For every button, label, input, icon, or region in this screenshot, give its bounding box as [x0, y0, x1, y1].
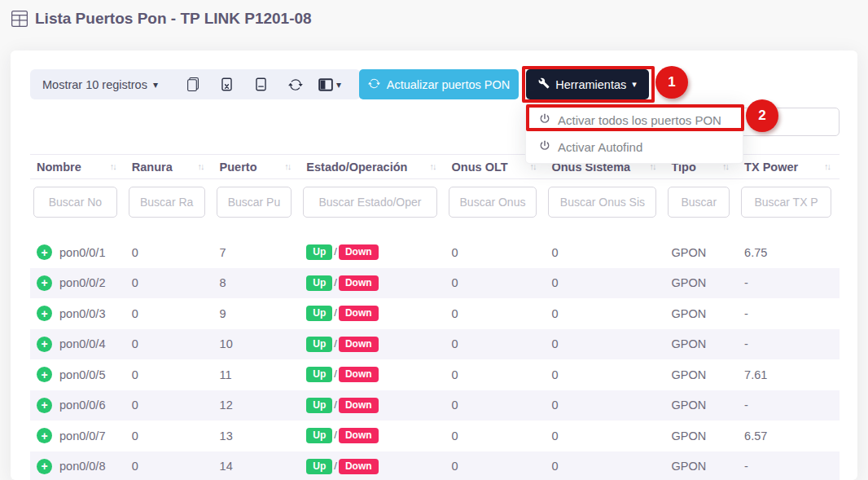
- puerto-value: 8: [213, 268, 300, 299]
- show-entries-select[interactable]: Mostrar 10 registros ▾: [42, 78, 158, 91]
- sort-icon[interactable]: ↑↓: [284, 161, 290, 171]
- ranura-value: 0: [125, 237, 213, 268]
- tipo-value: GPON: [664, 421, 738, 451]
- column-filter-input[interactable]: [548, 187, 656, 218]
- column-header[interactable]: Puerto ↑↓: [213, 155, 300, 179]
- tx-power-value: 7.61: [738, 359, 840, 390]
- column-header[interactable]: Ranura ↑↓: [125, 155, 213, 179]
- ranura-value: 0: [125, 298, 213, 329]
- port-name: pon0/0/1: [59, 246, 105, 259]
- puerto-value: 12: [213, 390, 300, 421]
- column-filter-input[interactable]: [741, 187, 831, 218]
- tx-power-value: 6.75: [738, 237, 840, 268]
- status-badge-up: Up: [306, 275, 332, 291]
- onus-olt-value: 0: [445, 237, 546, 268]
- port-name: pon0/0/5: [59, 368, 105, 381]
- column-filter-input[interactable]: [129, 187, 205, 218]
- estado-cell: Up/Down: [300, 237, 445, 268]
- column-filter-input[interactable]: [449, 187, 537, 218]
- table-row: +pon0/0/4 0 10 Up/Down 0 0 GPON -: [30, 329, 840, 360]
- power-icon: [539, 140, 550, 154]
- column-header[interactable]: TX Power ↑↓: [738, 155, 840, 179]
- table-filter-row: [30, 179, 840, 238]
- column-filter-input[interactable]: [217, 187, 292, 218]
- status-separator: /: [334, 460, 337, 472]
- table-row: +pon0/0/3 0 9 Up/Down 0 0 GPON -: [30, 298, 840, 329]
- column-header-label: Onus OLT: [452, 161, 508, 174]
- status-separator: /: [334, 245, 337, 258]
- ranura-value: 0: [125, 268, 213, 299]
- status-badge-down: Down: [339, 459, 379, 474]
- tipo-value: GPON: [664, 298, 738, 329]
- table-row: +pon0/0/2 0 8 Up/Down 0 0 GPON -: [30, 268, 840, 299]
- expand-row-icon[interactable]: +: [37, 459, 52, 474]
- tipo-value: GPON: [664, 359, 738, 390]
- expand-row-icon[interactable]: +: [37, 244, 52, 260]
- puerto-value: 13: [213, 421, 300, 451]
- sort-icon[interactable]: ↑↓: [430, 161, 436, 171]
- expand-row-icon[interactable]: +: [37, 306, 52, 321]
- onus-olt-value: 0: [445, 390, 546, 421]
- expand-row-icon[interactable]: +: [37, 337, 52, 352]
- onus-sistema-value: 0: [545, 298, 664, 329]
- annotation-box-step1: [522, 66, 655, 103]
- sort-icon[interactable]: ↑↓: [198, 161, 204, 171]
- port-name: pon0/0/4: [59, 337, 105, 350]
- onus-sistema-value: 0: [545, 390, 664, 421]
- update-pon-ports-button[interactable]: Actualizar puertos PON: [359, 69, 519, 99]
- onus-sistema-value: 0: [545, 268, 664, 299]
- status-badge-down: Down: [339, 367, 379, 382]
- column-header[interactable]: Estado/Operación ↑↓: [300, 155, 445, 179]
- table-row: +pon0/0/6 0 12 Up/Down 0 0 GPON -: [30, 390, 840, 421]
- onus-olt-value: 0: [445, 298, 546, 329]
- status-separator: /: [334, 337, 337, 350]
- page-title-text: Lista Puertos Pon - TP LINK P1201-08: [35, 10, 312, 28]
- export-file-button[interactable]: [244, 69, 278, 99]
- ranura-value: 0: [125, 390, 213, 421]
- expand-row-icon[interactable]: +: [37, 428, 52, 443]
- sort-icon[interactable]: ↑↓: [824, 161, 830, 171]
- port-name: pon0/0/3: [59, 307, 105, 320]
- column-header-label: Ranura: [132, 161, 173, 174]
- copy-button[interactable]: [176, 69, 210, 99]
- tx-power-value: -: [738, 390, 840, 421]
- column-visibility-button[interactable]: ▾: [313, 69, 347, 99]
- status-badge-up: Up: [306, 398, 332, 413]
- expand-row-icon[interactable]: +: [37, 398, 52, 413]
- ranura-value: 0: [125, 421, 213, 451]
- table-row: +pon0/0/8 0 14 Up/Down 0 0 GPON -: [30, 451, 840, 480]
- expand-row-icon[interactable]: +: [37, 275, 52, 291]
- status-separator: /: [334, 306, 337, 319]
- page-title: Lista Puertos Pon - TP LINK P1201-08: [11, 10, 312, 28]
- column-filter-input[interactable]: [668, 187, 730, 218]
- pon-ports-table: Nombre ↑↓ Ranura ↑↓ Puerto ↑↓ Estad: [30, 154, 840, 480]
- estado-cell: Up/Down: [300, 298, 445, 329]
- tx-power-value: -: [738, 298, 840, 329]
- datatable-toolbar: Mostrar 10 registros ▾ ▾: [30, 69, 361, 99]
- status-badge-up: Up: [306, 459, 332, 474]
- status-badge-down: Down: [339, 398, 379, 413]
- status-badge-down: Down: [339, 244, 379, 260]
- status-badge-up: Up: [306, 367, 332, 382]
- onus-sistema-value: 0: [545, 451, 664, 480]
- excel-file-icon: [220, 77, 234, 91]
- export-excel-button[interactable]: [210, 69, 244, 99]
- expand-row-icon[interactable]: +: [37, 367, 52, 382]
- tx-power-value: 6.57: [738, 421, 840, 451]
- update-pon-ports-label: Actualizar puertos PON: [387, 78, 511, 91]
- port-name: pon0/0/7: [59, 429, 105, 443]
- onus-olt-value: 0: [445, 359, 546, 390]
- column-filter-input[interactable]: [33, 187, 117, 218]
- tools-menu-item[interactable]: Activar Autofind: [526, 134, 743, 161]
- sort-icon[interactable]: ↑↓: [110, 161, 116, 171]
- status-badge-down: Down: [339, 428, 379, 443]
- table-body: +pon0/0/1 0 7 Up/Down 0 0 GPON 6.75 +pon…: [30, 237, 840, 480]
- show-entries-label: Mostrar 10 registros: [42, 78, 147, 91]
- onus-olt-value: 0: [445, 451, 546, 480]
- status-separator: /: [334, 276, 337, 288]
- column-header[interactable]: Nombre ↑↓: [30, 155, 125, 179]
- column-filter-input[interactable]: [303, 187, 436, 218]
- status-separator: /: [334, 368, 337, 380]
- annotation-box-step2: [526, 104, 744, 131]
- reload-table-button[interactable]: [278, 69, 313, 99]
